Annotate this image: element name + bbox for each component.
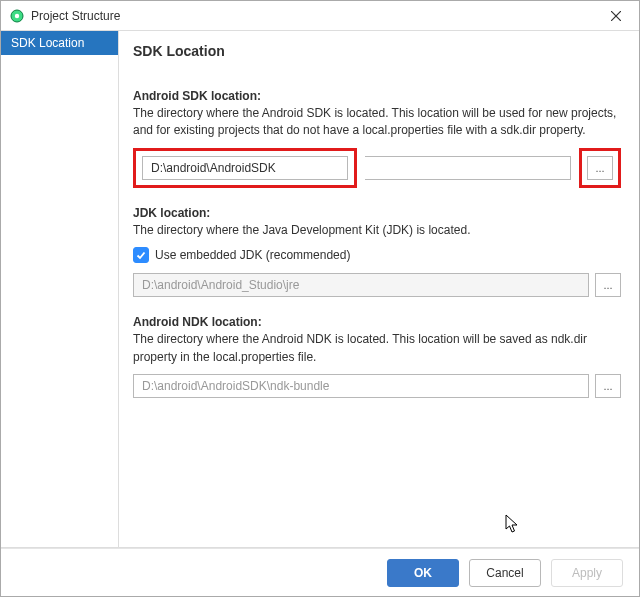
window-title: Project Structure — [31, 9, 120, 23]
jdk-location-desc: The directory where the Java Development… — [133, 222, 621, 239]
sdk-location-label: Android SDK location: — [133, 89, 621, 103]
dialog-button-bar: OK Cancel Apply — [1, 548, 639, 596]
ndk-browse-button[interactable]: ... — [595, 374, 621, 398]
cancel-button[interactable]: Cancel — [469, 559, 541, 587]
ndk-location-label: Android NDK location: — [133, 315, 621, 329]
android-studio-icon — [9, 8, 25, 24]
use-embedded-jdk-checkbox[interactable] — [133, 247, 149, 263]
use-embedded-jdk-label: Use embedded JDK (recommended) — [155, 248, 350, 262]
use-embedded-jdk-row[interactable]: Use embedded JDK (recommended) — [133, 247, 621, 263]
sdk-location-desc: The directory where the Android SDK is l… — [133, 105, 621, 140]
ndk-location-desc: The directory where the Android NDK is l… — [133, 331, 621, 366]
sdk-path-row: ... — [133, 148, 621, 188]
titlebar: Project Structure — [1, 1, 639, 31]
sidebar-item-sdk-location[interactable]: SDK Location — [1, 31, 118, 55]
jdk-path-row: ... — [133, 273, 621, 297]
jdk-path-input — [133, 273, 589, 297]
ndk-path-row: ... — [133, 374, 621, 398]
jdk-browse-button[interactable]: ... — [595, 273, 621, 297]
sdk-browse-highlight: ... — [579, 148, 621, 188]
dialog-body: SDK Location SDK Location Android SDK lo… — [1, 31, 639, 548]
svg-point-1 — [15, 13, 19, 17]
sidebar: SDK Location — [1, 31, 119, 547]
sdk-path-input[interactable] — [142, 156, 348, 180]
check-icon — [136, 250, 146, 260]
page-title: SDK Location — [133, 43, 621, 59]
ok-button[interactable]: OK — [387, 559, 459, 587]
sdk-browse-button[interactable]: ... — [587, 156, 613, 180]
ellipsis-icon: ... — [603, 279, 612, 291]
sidebar-item-label: SDK Location — [11, 36, 84, 50]
ellipsis-icon: ... — [603, 380, 612, 392]
sdk-path-highlight — [133, 148, 357, 188]
jdk-location-label: JDK location: — [133, 206, 621, 220]
close-button[interactable] — [593, 1, 639, 31]
apply-button[interactable]: Apply — [551, 559, 623, 587]
ellipsis-icon: ... — [595, 162, 604, 174]
main-panel: SDK Location Android SDK location: The d… — [119, 31, 639, 547]
ndk-path-input[interactable] — [133, 374, 589, 398]
